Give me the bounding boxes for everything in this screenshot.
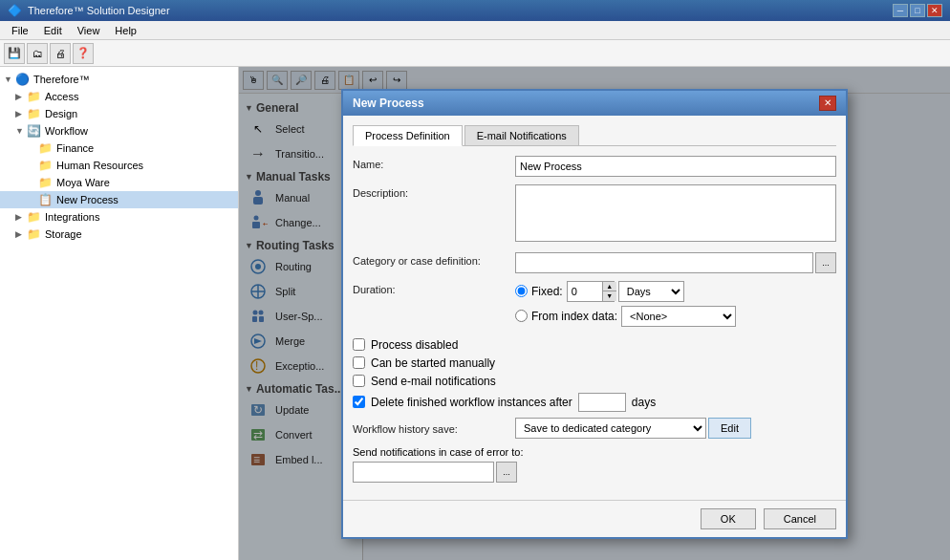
sidebar-item-workflow[interactable]: ▼ 🔄 Workflow	[0, 122, 238, 140]
close-button[interactable]: ✕	[927, 4, 942, 17]
duration-field: Fixed: ▲ ▼ Days	[515, 281, 836, 331]
toolbar-help[interactable]: ❓	[73, 43, 94, 64]
from-index-select[interactable]: <None>	[621, 306, 736, 327]
folder-icon: 📁	[38, 176, 54, 189]
expand-icon: ▶	[15, 92, 27, 101]
checkbox-label-disabled: Process disabled	[371, 338, 458, 352]
maximize-button[interactable]: □	[910, 4, 925, 17]
duration-index-row: From index data: <None>	[515, 306, 836, 327]
folder-icon: 📁	[38, 159, 54, 172]
menu-edit[interactable]: Edit	[36, 23, 70, 38]
checkbox-label-started: Can be started manually	[371, 356, 495, 370]
cancel-button[interactable]: Cancel	[764, 508, 836, 529]
menu-file[interactable]: File	[4, 23, 36, 38]
duration-spinbox: ▲ ▼	[567, 281, 615, 302]
radio-from-index[interactable]	[515, 310, 528, 322]
category-field: ...	[515, 252, 836, 273]
form-row-duration: Duration: Fixed: ▲ ▼	[353, 281, 836, 331]
category-input[interactable]	[515, 252, 813, 273]
folder-icon: 📁	[27, 90, 42, 103]
sidebar-label-integrations: Integrations	[45, 211, 99, 223]
form-row-name: Name:	[353, 156, 836, 177]
sidebar-label-new-process: New Process	[56, 194, 119, 205]
spin-up-button[interactable]: ▲	[603, 282, 616, 291]
sidebar-label-design: Design	[45, 108, 77, 119]
tab-email-notifications[interactable]: E-mail Notifications	[464, 125, 579, 145]
radio-fixed[interactable]	[515, 285, 528, 297]
tab-process-definition[interactable]: Process Definition	[353, 125, 463, 146]
notifications-browse-button[interactable]: ...	[496, 462, 517, 483]
checkbox-row-disabled: Process disabled	[353, 338, 836, 352]
sidebar-item-moya[interactable]: 📁 Moya Ware	[0, 174, 238, 191]
sidebar-item-finance[interactable]: 📁 Finance	[0, 140, 238, 157]
duration-label: Duration:	[353, 281, 515, 295]
duration-unit-select[interactable]: Days Hours Minutes	[618, 281, 684, 302]
notifications-label: Send notifications in case of error to:	[353, 446, 524, 458]
expand-icon: ▶	[15, 212, 27, 222]
checkbox-can-be-started[interactable]	[353, 356, 365, 369]
sidebar-item-therefore[interactable]: ▼ 🔵 Therefore™	[0, 71, 238, 88]
spin-down-button[interactable]: ▼	[603, 291, 616, 301]
therefore-icon: 🔵	[15, 73, 31, 86]
ok-button[interactable]: OK	[701, 508, 756, 529]
menu-help[interactable]: Help	[107, 23, 144, 38]
minimize-button[interactable]: ─	[893, 4, 908, 17]
toolbar-save[interactable]: 💾	[4, 43, 25, 64]
new-process-dialog: New Process ✕ Process Definition E-mail …	[341, 89, 848, 539]
toolbar: 💾 🗂 🖨 ❓	[0, 40, 950, 67]
process-icon: 📋	[38, 193, 54, 206]
sidebar-item-design[interactable]: ▶ 📁 Design	[0, 105, 238, 122]
workflow-history-select[interactable]: Save to dedicated category Do not save S…	[515, 418, 706, 439]
checkbox-process-disabled[interactable]	[353, 338, 365, 351]
checkboxes-section: Process disabled Can be started manually…	[353, 338, 836, 412]
menu-bar: File Edit View Help	[0, 21, 950, 40]
toolbar-print[interactable]: 🖨	[50, 43, 71, 64]
dialog-overlay: New Process ✕ Process Definition E-mail …	[239, 67, 950, 560]
checkbox-row-delete: Delete finished workflow instances after…	[353, 393, 836, 412]
workflow-history-label: Workflow history save:	[353, 420, 515, 435]
checkbox-label-send-email: Send e-mail notifications	[371, 375, 496, 388]
duration-fixed-row: Fixed: ▲ ▼ Days	[515, 281, 836, 302]
sidebar-item-integrations[interactable]: ▶ 📁 Integrations	[0, 208, 238, 226]
expand-icon	[27, 161, 38, 170]
expand-icon: ▼	[4, 75, 15, 84]
delete-days-input[interactable]	[578, 393, 626, 412]
sidebar-item-new-process[interactable]: 📋 New Process	[0, 191, 238, 208]
sidebar-label-moya: Moya Ware	[56, 177, 110, 188]
folder-icon: 📁	[27, 107, 42, 120]
dialog-close-button[interactable]: ✕	[819, 96, 836, 111]
center-panel: 🖱 🔍 🔎 🖨 📋 ↩ ↪ ▼ General ↖ Select	[239, 67, 950, 560]
expand-icon: ▶	[15, 109, 27, 118]
duration-value-input[interactable]	[568, 282, 602, 301]
sidebar-label-workflow: Workflow	[45, 125, 88, 137]
window-controls: ─ □ ✕	[893, 4, 942, 17]
category-browse-button[interactable]: ...	[815, 252, 836, 273]
notifications-input[interactable]	[353, 462, 494, 483]
days-label: days	[632, 396, 656, 409]
title-bar: 🔷 Therefore™ Solution Designer ─ □ ✕	[0, 0, 950, 21]
folder-icon: 📁	[38, 141, 54, 155]
expand-icon: ▶	[15, 229, 27, 239]
dialog-titlebar: New Process ✕	[343, 91, 846, 116]
sidebar-label-storage: Storage	[45, 228, 82, 240]
sidebar-label-hr: Human Resources	[56, 160, 143, 171]
fixed-label: Fixed:	[531, 285, 563, 298]
expand-icon: ▼	[15, 126, 27, 136]
name-label: Name:	[353, 156, 515, 170]
edit-button[interactable]: Edit	[708, 418, 751, 439]
folder-icon: 📁	[27, 227, 42, 241]
menu-view[interactable]: View	[70, 23, 108, 38]
toolbar-open[interactable]: 🗂	[27, 43, 48, 64]
from-index-label: From index data:	[531, 310, 617, 323]
spinbox-arrows: ▲ ▼	[602, 282, 616, 301]
expand-icon	[27, 143, 38, 153]
sidebar-item-hr[interactable]: 📁 Human Resources	[0, 157, 238, 174]
description-textarea[interactable]	[515, 184, 836, 242]
description-field	[515, 184, 836, 245]
checkbox-delete-finished[interactable]	[353, 396, 365, 408]
dialog-tabs: Process Definition E-mail Notifications	[353, 125, 836, 146]
name-input[interactable]	[515, 156, 836, 177]
sidebar-item-access[interactable]: ▶ 📁 Access	[0, 88, 238, 105]
sidebar-item-storage[interactable]: ▶ 📁 Storage	[0, 226, 238, 243]
checkbox-send-email[interactable]	[353, 375, 365, 387]
